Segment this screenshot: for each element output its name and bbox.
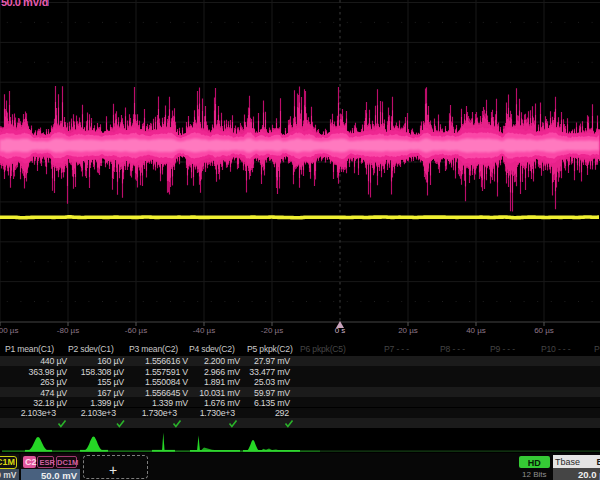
svg-text:50.0 mV/div: 50.0 mV/div	[1, 0, 57, 8]
